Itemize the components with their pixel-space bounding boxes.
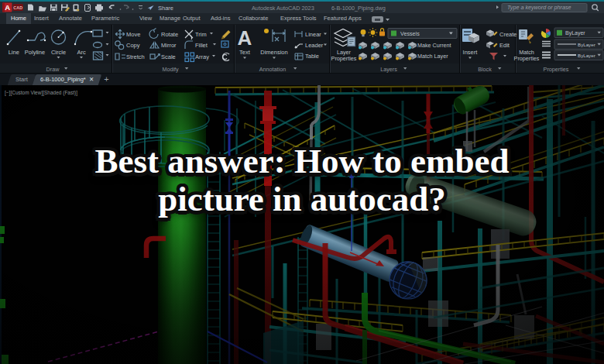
svg-text:Block: Block	[478, 66, 492, 73]
svg-text:Table: Table	[305, 53, 319, 60]
svg-text:Scale: Scale	[161, 53, 176, 60]
svg-text:CAD: CAD	[13, 5, 22, 10]
svg-text:ByLayer: ByLayer	[578, 42, 595, 47]
svg-text:Dimension: Dimension	[260, 49, 287, 56]
svg-text:Copy: Copy	[126, 42, 140, 49]
svg-text:Insert: Insert	[463, 49, 479, 56]
svg-text:Polyline: Polyline	[25, 49, 45, 56]
svg-text:A: A	[238, 26, 252, 50]
svg-text:Vessels: Vessels	[400, 30, 420, 37]
svg-text:Properties: Properties	[514, 55, 540, 62]
svg-text:Rotate: Rotate	[161, 31, 178, 38]
svg-text:Share: Share	[158, 5, 173, 12]
svg-text:Stretch: Stretch	[126, 53, 145, 60]
svg-text:A: A	[5, 3, 10, 12]
svg-text:Trim: Trim	[195, 31, 207, 38]
svg-text:Create: Create	[499, 31, 517, 38]
svg-text:Type a keyword or phrase: Type a keyword or phrase	[507, 4, 571, 11]
svg-text:Mirror: Mirror	[161, 42, 177, 49]
svg-text:Text: Text	[239, 49, 251, 56]
svg-text:Line: Line	[9, 49, 19, 56]
svg-text:Edit: Edit	[499, 42, 510, 49]
svg-text:Annotation: Annotation	[259, 66, 286, 73]
svg-text:6-B-1000_Piping.dwg: 6-B-1000_Piping.dwg	[331, 5, 386, 12]
svg-text:Autodesk AutoCAD 2023: Autodesk AutoCAD 2023	[252, 5, 314, 12]
svg-text:Draw: Draw	[46, 66, 60, 73]
svg-text:Properties: Properties	[331, 55, 357, 62]
svg-text:Linear: Linear	[305, 31, 321, 38]
svg-text:ByLayer: ByLayer	[578, 53, 595, 58]
svg-text:Modify: Modify	[162, 66, 179, 73]
svg-text:Move: Move	[126, 31, 140, 38]
svg-text:Properties: Properties	[544, 66, 569, 73]
svg-text:Leader: Leader	[305, 42, 324, 49]
svg-text:Arc: Arc	[77, 49, 86, 56]
svg-text:Layers: Layers	[380, 66, 397, 73]
svg-text:Match Layer: Match Layer	[417, 53, 448, 60]
svg-text:Circle: Circle	[51, 49, 66, 56]
svg-text:Make Current: Make Current	[417, 42, 451, 49]
svg-text:ByLayer: ByLayer	[565, 30, 585, 36]
svg-text:Array: Array	[195, 53, 209, 60]
svg-text:Fillet: Fillet	[195, 42, 208, 49]
